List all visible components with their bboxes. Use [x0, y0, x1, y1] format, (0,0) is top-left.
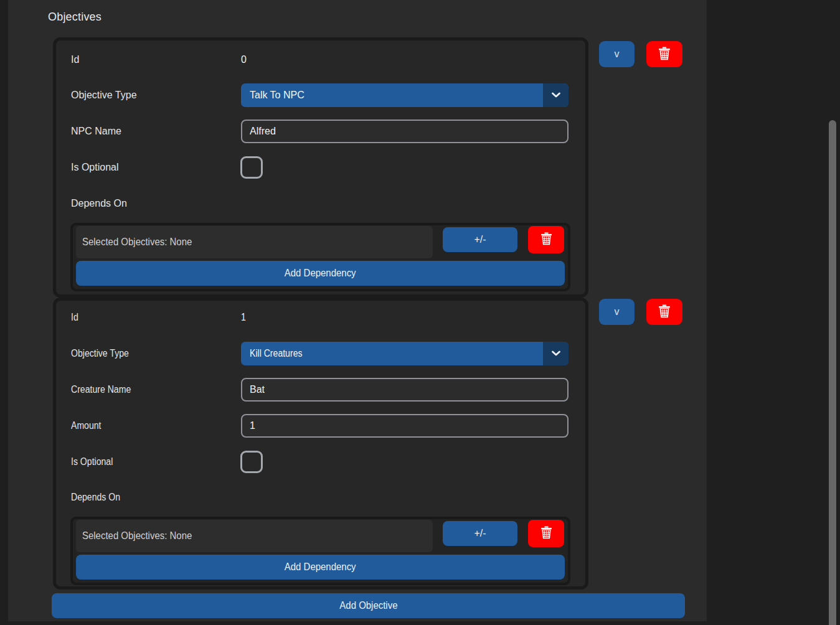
selected-objectives-text: Selected Objectives: None	[82, 530, 192, 542]
objective-card-0: Id 0 Objective Type Talk To NPC NPC Name…	[53, 37, 588, 298]
dropdown-cap[interactable]	[543, 83, 569, 107]
vertical-scrollbar-thumb[interactable]	[829, 120, 836, 625]
amount-input[interactable]	[241, 414, 569, 438]
dependencies-subpanel: Selected Objectives: None +/- Add Depend…	[70, 223, 570, 291]
trash-icon	[540, 232, 552, 247]
objective-type-value: Talk To NPC	[241, 90, 304, 101]
is-optional-checkbox[interactable]	[240, 451, 263, 473]
is-optional-label: Is Optional	[71, 156, 118, 179]
depends-on-label: Depends On	[71, 486, 127, 509]
trash-icon	[540, 526, 552, 541]
amount-label: Amount	[71, 414, 105, 438]
selected-objectives-text: Selected Objectives: None	[82, 236, 192, 248]
objective-type-label: Objective Type	[71, 83, 137, 107]
objectives-editor: { "title": "Objectives", "colors": { "ac…	[0, 0, 840, 625]
creature-name-label: Creature Name	[71, 378, 139, 402]
is-optional-label: Is Optional	[71, 450, 118, 474]
npc-name-label: NPC Name	[71, 120, 121, 143]
id-value: 1	[241, 306, 247, 329]
id-value: 0	[241, 48, 247, 72]
id-label: Id	[71, 306, 79, 329]
chevron-down-icon	[551, 348, 561, 359]
delete-objective-button-0[interactable]	[646, 41, 682, 67]
trash-icon	[658, 47, 671, 62]
selected-objectives-field[interactable]: Selected Objectives: None	[76, 226, 433, 258]
creature-name-input[interactable]	[241, 378, 569, 402]
objectives-panel: Objectives Id 0 Objective Type Talk To N…	[8, 0, 707, 621]
page-title: Objectives	[48, 11, 101, 24]
chevron-down-icon	[551, 90, 561, 101]
dropdown-cap[interactable]	[543, 342, 569, 365]
toggle-dependency-button[interactable]: +/-	[443, 227, 517, 252]
trash-icon	[658, 304, 671, 320]
delete-objective-button-1[interactable]	[646, 299, 682, 325]
objective-card-1: Id 1 Objective Type Kill Creatures Creat…	[53, 298, 588, 590]
toggle-dependency-button[interactable]: +/-	[443, 521, 517, 546]
add-objective-button[interactable]: Add Objective	[52, 593, 685, 618]
add-dependency-button[interactable]: Add Dependency	[76, 261, 565, 286]
objective-type-dropdown[interactable]: Kill Creatures	[241, 342, 569, 365]
depends-on-label: Depends On	[71, 192, 127, 215]
add-dependency-button[interactable]: Add Dependency	[76, 555, 565, 580]
objective-type-label: Objective Type	[71, 342, 137, 365]
collapse-objective-button-1[interactable]: v	[599, 299, 635, 325]
is-optional-checkbox[interactable]	[240, 156, 263, 179]
npc-name-input[interactable]	[241, 120, 569, 143]
dependencies-subpanel: Selected Objectives: None +/- Add Depend…	[70, 517, 570, 585]
objective-type-dropdown[interactable]: Talk To NPC	[241, 83, 569, 107]
objective-type-value: Kill Creatures	[250, 348, 303, 359]
selected-objectives-field[interactable]: Selected Objectives: None	[76, 520, 433, 552]
delete-dependency-button[interactable]	[528, 520, 564, 547]
delete-dependency-button[interactable]	[528, 226, 564, 253]
id-label: Id	[71, 48, 79, 72]
collapse-objective-button-0[interactable]: v	[599, 41, 635, 67]
